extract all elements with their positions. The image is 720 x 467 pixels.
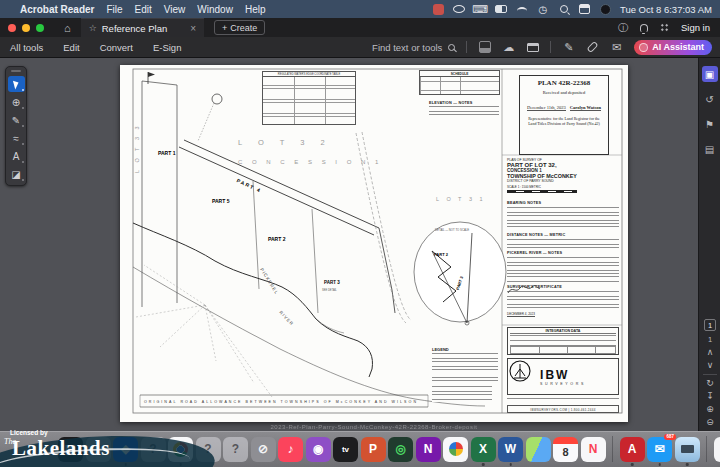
- dock-missing-app-3-icon[interactable]: ?: [196, 437, 221, 462]
- app-menu-title[interactable]: Acrobat Reader: [20, 4, 94, 15]
- sign-in-button[interactable]: Sign in: [681, 22, 710, 33]
- dock-missing-app-4-icon[interactable]: ?: [223, 437, 248, 462]
- close-window-button[interactable]: [8, 24, 16, 32]
- signature-tool[interactable]: ≈: [8, 130, 25, 146]
- apps-grid-icon[interactable]: [660, 23, 669, 32]
- elevation-notes: ELEVATION — NOTES: [429, 101, 499, 119]
- toolbar-nav-e-sign[interactable]: E-Sign: [153, 42, 182, 53]
- dock-excel-icon[interactable]: X: [471, 437, 496, 462]
- ai-assistant-panel-icon[interactable]: ▣: [702, 66, 718, 82]
- email-icon[interactable]: ✉: [610, 41, 623, 54]
- menu-file[interactable]: File: [106, 4, 122, 15]
- dock-separator: [706, 436, 707, 462]
- dock-word-icon[interactable]: W: [498, 437, 523, 462]
- bookmarks-icon[interactable]: ⚑: [702, 116, 718, 132]
- dock-podcasts-icon[interactable]: ◉: [306, 437, 331, 462]
- comment-tool[interactable]: ⊕: [8, 94, 25, 110]
- wifi-icon[interactable]: [516, 3, 528, 15]
- battery-icon[interactable]: [495, 3, 507, 15]
- rotate-page-icon[interactable]: ↻: [706, 379, 714, 388]
- keyboard-icon[interactable]: [474, 3, 486, 15]
- menubar-clock[interactable]: Tue Oct 8 6:37:03 AM: [620, 4, 712, 15]
- notifications-bell-icon[interactable]: [640, 24, 648, 32]
- plus-icon: +: [222, 23, 227, 33]
- dock-music-icon[interactable]: ♪: [278, 437, 303, 462]
- road-allowance-label: ORIGINAL ROAD ALLOWANCE BETWEEN TOWNSHIP…: [144, 400, 416, 404]
- menu-window[interactable]: Window: [197, 4, 233, 15]
- current-page-input[interactable]: 1: [704, 319, 716, 331]
- dock-calendar-icon[interactable]: 8: [553, 437, 578, 462]
- request-signatures-icon[interactable]: ✎: [562, 41, 575, 54]
- dock-apple-tv-icon[interactable]: tv: [333, 437, 358, 462]
- ai-assistant-button[interactable]: AI Assistant: [634, 40, 712, 55]
- menu-edit[interactable]: Edit: [135, 4, 152, 15]
- toolbar-nav-convert[interactable]: Convert: [100, 42, 133, 53]
- plan-registration-box: PLAN 42R-22368 Received and deposited De…: [519, 75, 609, 155]
- home-icon[interactable]: ⌂: [64, 22, 71, 34]
- dock-office-icon[interactable]: [443, 437, 468, 462]
- concession-label: C O N C E S S I O N 1: [238, 159, 382, 165]
- share-link-icon[interactable]: [586, 41, 599, 54]
- part3-label: PART 3: [324, 280, 340, 285]
- part5-label: PART 5: [212, 198, 230, 204]
- zoom-out-icon[interactable]: ⊖: [706, 418, 714, 427]
- dock-maps-icon[interactable]: [526, 437, 551, 462]
- add-text-tool[interactable]: A: [8, 148, 25, 164]
- next-page-icon[interactable]: ∨: [707, 361, 714, 370]
- ai-assistant-icon: [639, 43, 648, 52]
- see-detail-label: SEE DETAIL: [322, 288, 337, 292]
- dock-chrome-icon[interactable]: [168, 437, 193, 462]
- pdf-page[interactable]: L O T 3 2 C O N C E S S I O N 1 L O T 3 …: [120, 65, 628, 422]
- create-button[interactable]: + Create: [214, 20, 265, 35]
- dock-mail-icon[interactable]: ✉687: [647, 437, 672, 462]
- dock-missing-app-1-icon[interactable]: ?: [86, 437, 111, 462]
- stamp-tool[interactable]: ◪: [8, 166, 25, 182]
- clock-icon[interactable]: [537, 3, 549, 15]
- cloud-upload-icon[interactable]: ☁: [502, 41, 515, 54]
- dock-news-icon[interactable]: N: [581, 437, 606, 462]
- river-notes-heading: PICKEREL RIVER — NOTES: [507, 251, 619, 255]
- minimize-window-button[interactable]: [22, 24, 30, 32]
- dock-screen-preview-icon[interactable]: [675, 437, 700, 462]
- dock-dropbox-icon[interactable]: ◆: [113, 437, 138, 462]
- menu-help[interactable]: Help: [245, 4, 266, 15]
- toolbar-nav-edit[interactable]: Edit: [63, 42, 79, 53]
- previous-page-icon[interactable]: ∧: [707, 348, 714, 357]
- export-page-icon[interactable]: ↧: [706, 392, 714, 401]
- save-icon[interactable]: [478, 41, 491, 54]
- menu-view[interactable]: View: [164, 4, 186, 15]
- macos-dock: ▦?◆???⊘♪◉tvP◎NXW8NA✉687≣≣▯: [0, 431, 720, 467]
- close-tab-icon[interactable]: ×: [190, 23, 196, 34]
- highlight-tool[interactable]: ✎: [8, 112, 25, 128]
- info-icon[interactable]: ⓘ: [618, 21, 628, 35]
- dock-wallet-icon[interactable]: ◎: [388, 437, 413, 462]
- star-icon[interactable]: ☆: [89, 23, 97, 33]
- dock-launchpad-icon[interactable]: ▦: [58, 437, 83, 462]
- dock-do-not-disturb-icon[interactable]: ⊘: [251, 437, 276, 462]
- plan-number: PLAN 42R-22368: [524, 79, 604, 87]
- search-icon[interactable]: [558, 3, 570, 15]
- dock-document-1-icon[interactable]: ≣: [714, 437, 720, 462]
- toolbar-nav-all-tools[interactable]: All tools: [10, 42, 43, 53]
- zoom-in-icon[interactable]: ⊕: [706, 405, 714, 414]
- control-center-icon[interactable]: [579, 3, 591, 15]
- drag-handle[interactable]: [11, 70, 21, 72]
- select-tool[interactable]: [8, 76, 25, 92]
- zoom-window-button[interactable]: [36, 24, 44, 32]
- history-icon[interactable]: ↺: [702, 91, 718, 107]
- running-indicator: [124, 463, 127, 466]
- print-icon[interactable]: [526, 41, 539, 54]
- color-app-icon[interactable]: [433, 4, 444, 15]
- dock-powerpoint-icon[interactable]: P: [361, 437, 386, 462]
- dock-missing-app-2-icon[interactable]: ?: [141, 437, 166, 462]
- dock-onenote-icon[interactable]: N: [416, 437, 441, 462]
- dock-acrobat-icon[interactable]: A: [620, 437, 645, 462]
- bearing-notes: BEARING NOTES: [507, 201, 619, 231]
- document-tab[interactable]: ☆ Reference Plan ×: [81, 18, 204, 37]
- elevation-heading: ELEVATION — NOTES: [429, 101, 499, 105]
- siri-icon[interactable]: [600, 4, 611, 15]
- page-thumbnails-icon[interactable]: ▤: [702, 141, 718, 157]
- find-input[interactable]: Find text or tools: [372, 42, 455, 53]
- status-icons: [433, 3, 611, 15]
- eye-icon[interactable]: [453, 3, 465, 15]
